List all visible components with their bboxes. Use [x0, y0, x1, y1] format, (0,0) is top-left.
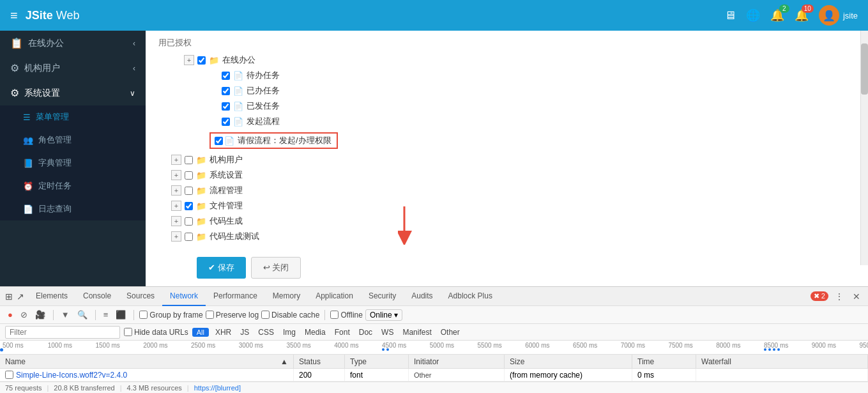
col-waterfall[interactable]: Waterfall: [696, 355, 868, 368]
tab-adblock[interactable]: Adblock Plus: [441, 287, 500, 306]
timeline-mark: 2000 ms: [143, 341, 167, 349]
css-filter-btn[interactable]: CSS: [255, 327, 277, 337]
js-filter-btn[interactable]: JS: [238, 327, 252, 337]
disable-cache-checkbox[interactable]: [261, 311, 270, 319]
bell-icon[interactable]: 🔔 10: [795, 8, 809, 22]
devtools-network-toolbar: ● ⊘ 🎥 ▼ 🔍 ≡ ⬛ Group by frame Preserve lo…: [0, 306, 868, 324]
sidebar-item-role-management[interactable]: 👥 角色管理: [0, 128, 146, 151]
manifest-filter-btn[interactable]: Manifest: [400, 327, 434, 337]
sidebar-item-system-settings[interactable]: ⚙ 系统设置 ∨: [0, 81, 146, 105]
tree-row: 📄 发起流程: [158, 114, 855, 129]
expand-btn[interactable]: +: [171, 155, 181, 165]
devtools-close-icon[interactable]: ✕: [850, 290, 863, 303]
tree-checkbox[interactable]: [222, 87, 230, 95]
hide-data-urls-label[interactable]: Hide data URLs: [124, 328, 188, 337]
timeline-dot: [0, 348, 3, 351]
preserve-log-label[interactable]: Preserve log: [206, 311, 259, 320]
sidebar-item-org-user[interactable]: ⚙ 机构用户 ‹: [0, 56, 146, 81]
tree-checkbox[interactable]: [185, 233, 193, 241]
monitor-icon[interactable]: 🖥: [724, 9, 736, 22]
folder-icon: 📁: [196, 171, 206, 180]
sidebar-item-log-query[interactable]: 📄 日志查询: [0, 197, 146, 220]
col-time[interactable]: Time: [632, 355, 696, 368]
tree-checkbox[interactable]: [222, 102, 230, 111]
sidebar-item-dict-management[interactable]: 📘 字典管理: [0, 151, 146, 174]
view-list-icon[interactable]: ≡: [101, 309, 111, 321]
expand-btn[interactable]: +: [171, 170, 181, 180]
group-by-frame-label[interactable]: Group by frame: [139, 311, 202, 320]
col-size[interactable]: Size: [505, 355, 632, 368]
hide-data-urls-checkbox[interactable]: [124, 328, 132, 336]
tab-performance[interactable]: Performance: [206, 287, 265, 306]
stop-btn[interactable]: ⊘: [18, 309, 30, 321]
group-by-frame-checkbox[interactable]: [139, 311, 148, 319]
tree-checkbox[interactable]: [185, 217, 193, 226]
expand-btn[interactable]: +: [171, 216, 181, 226]
globe-icon[interactable]: 🌐: [746, 8, 760, 22]
tab-network[interactable]: Network: [162, 287, 206, 306]
expand-btn[interactable]: +: [171, 231, 181, 242]
sidebar-item-online-office[interactable]: 📋 在线办公 ‹: [0, 31, 146, 56]
col-name[interactable]: Name ▲: [0, 355, 294, 368]
tree-checkbox[interactable]: [185, 156, 193, 164]
user-menu[interactable]: 👤 jsite: [819, 5, 858, 26]
col-initiator[interactable]: Initiator: [409, 355, 505, 368]
offline-label[interactable]: Offline: [330, 311, 362, 320]
disable-cache-label[interactable]: Disable cache: [261, 311, 319, 320]
view-screenshot-icon[interactable]: ⬛: [113, 309, 128, 321]
tab-memory[interactable]: Memory: [265, 287, 308, 306]
hamburger-icon[interactable]: ≡: [10, 8, 18, 23]
devtools-more-icon[interactable]: ⋮: [832, 290, 846, 303]
devtools-dock-icon[interactable]: ⊞: [5, 291, 13, 302]
scrollbar-thumb[interactable]: [861, 43, 868, 95]
tree-checkbox[interactable]: [185, 171, 193, 180]
row-checkbox[interactable]: [5, 371, 13, 379]
offline-checkbox[interactable]: [330, 311, 339, 319]
sidebar-item-menu-management[interactable]: ☰ 菜单管理: [0, 105, 146, 128]
notification-icon[interactable]: 🔔 2: [770, 8, 784, 22]
tab-application[interactable]: Application: [308, 287, 361, 306]
filter-input[interactable]: [5, 326, 120, 339]
scrollbar[interactable]: [860, 31, 868, 265]
timeline-dot: [768, 348, 771, 351]
table-row[interactable]: Simple-Line-Icons.woff2?v=2.4.0 200 font…: [0, 369, 868, 381]
save-button[interactable]: ✔ 保存: [197, 257, 246, 279]
preserve-log-checkbox[interactable]: [206, 311, 214, 319]
devtools-panel: ⊞ ↗ Elements Console Sources Network Per…: [0, 286, 868, 393]
xhr-filter-btn[interactable]: XHR: [213, 327, 234, 337]
search-btn[interactable]: 🔍: [75, 309, 90, 321]
col-type[interactable]: Type: [345, 355, 409, 368]
expand-btn[interactable]: +: [184, 55, 194, 65]
ws-filter-btn[interactable]: WS: [379, 327, 396, 337]
tree-checkbox[interactable]: [222, 118, 230, 126]
sidebar-item-scheduled-tasks[interactable]: ⏰ 定时任务: [0, 174, 146, 197]
close-button[interactable]: ↩ 关闭: [251, 257, 301, 279]
tab-audits[interactable]: Audits: [404, 287, 440, 306]
tree-checkbox-highlighted[interactable]: [215, 137, 223, 145]
tree-checkbox[interactable]: [185, 187, 193, 195]
camera-btn[interactable]: 🎥: [33, 309, 48, 321]
tab-sources[interactable]: Sources: [119, 287, 162, 306]
devtools-undock-icon[interactable]: ↗: [17, 291, 24, 302]
record-btn[interactable]: ●: [5, 309, 15, 321]
tab-security[interactable]: Security: [361, 287, 404, 306]
tree-checkbox[interactable]: [197, 56, 206, 65]
col-status[interactable]: Status: [294, 355, 345, 368]
expand-btn[interactable]: +: [171, 201, 181, 211]
tree-row: + 📁 在线办公: [158, 52, 855, 68]
tree-checkbox[interactable]: [222, 72, 230, 80]
online-dropdown[interactable]: Online ▾: [365, 309, 402, 321]
all-filter-btn[interactable]: All: [192, 328, 209, 337]
filter-btn-icon[interactable]: ▼: [59, 309, 72, 321]
doc-filter-btn[interactable]: Doc: [356, 327, 375, 337]
font-filter-btn[interactable]: Font: [332, 327, 353, 337]
file-icon: 📄: [233, 86, 243, 96]
tab-console[interactable]: Console: [75, 287, 119, 306]
expand-btn[interactable]: +: [171, 185, 181, 196]
img-filter-btn[interactable]: Img: [280, 327, 298, 337]
other-filter-btn[interactable]: Other: [438, 327, 462, 337]
tab-elements[interactable]: Elements: [28, 287, 75, 306]
data-status: 200: [294, 369, 345, 381]
media-filter-btn[interactable]: Media: [302, 327, 328, 337]
tree-checkbox[interactable]: [185, 202, 193, 210]
